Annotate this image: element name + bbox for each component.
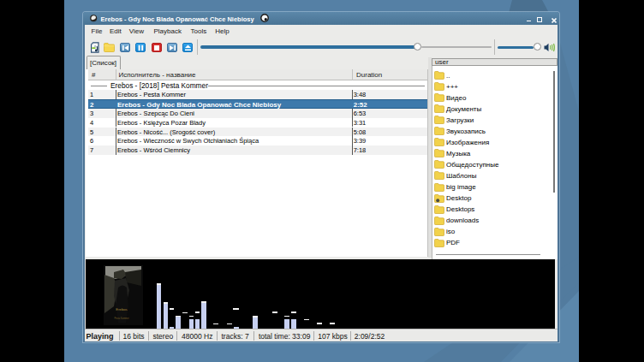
svg-text:Pesta Kommer: Pesta Kommer: [114, 317, 128, 320]
svg-text:Erebos: Erebos: [116, 307, 127, 312]
